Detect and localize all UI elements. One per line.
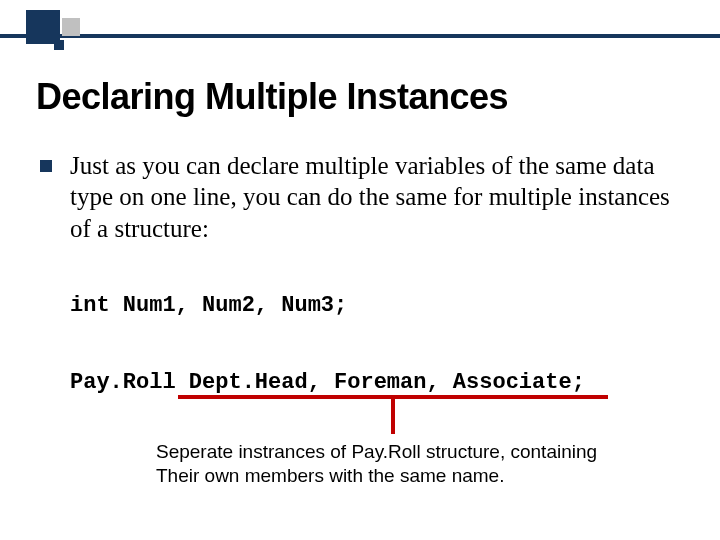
caption-line-1: Seperate instrances of Pay.Roll structur… (156, 440, 666, 464)
code-line-payroll: Pay.Roll Dept.Head, Foreman, Associate; (70, 370, 585, 395)
decor-big-square (26, 10, 60, 44)
annotation-brace (178, 394, 618, 438)
code-line-int: int Num1, Num2, Num3; (70, 293, 347, 318)
caption-line-2: Their own members with the same name. (156, 464, 666, 488)
bullet-text: Just as you can declare multiple variabl… (70, 150, 680, 244)
decor-gray-square (62, 18, 80, 36)
decor-top-bar (0, 34, 720, 38)
slide-body: Just as you can declare multiple variabl… (40, 150, 680, 244)
slide: Declaring Multiple Instances Just as you… (0, 0, 720, 540)
brace-icon (178, 394, 618, 438)
decor-small-square (54, 40, 64, 50)
bullet-item: Just as you can declare multiple variabl… (40, 150, 680, 244)
square-bullet-icon (40, 160, 52, 172)
annotation-caption: Seperate instrances of Pay.Roll structur… (156, 440, 666, 488)
slide-title: Declaring Multiple Instances (36, 76, 508, 118)
